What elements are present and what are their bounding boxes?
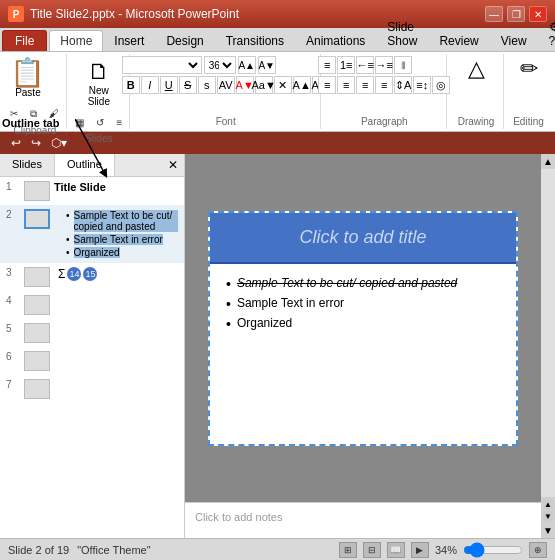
shadow-button[interactable]: s — [198, 76, 216, 94]
new-slide-label: New Slide — [88, 85, 110, 107]
slideshow-button[interactable]: ▶ — [411, 542, 429, 558]
align-right-button[interactable]: ≡ — [356, 76, 374, 94]
panel-close-button[interactable]: ✕ — [162, 154, 184, 176]
slide-canvas-area: Click to add title • Sample Text to be c… — [185, 154, 541, 502]
editing-icon[interactable]: ✏ — [520, 56, 538, 82]
columns-button[interactable]: ⫴ — [394, 56, 412, 74]
qat-extra-button[interactable]: ⬡▾ — [48, 135, 70, 151]
italic-button[interactable]: I — [141, 76, 159, 94]
slide-bullet-text-3: Organized — [237, 316, 292, 330]
slide-canvas[interactable]: Click to add title • Sample Text to be c… — [208, 211, 518, 446]
slide-thumb-1[interactable] — [24, 181, 50, 201]
bullet-text-2: Sample Text in error — [74, 234, 163, 245]
slide-count: Slide 2 of 19 — [8, 544, 69, 556]
tab-insert[interactable]: Insert — [103, 30, 155, 51]
slide-thumb-5[interactable] — [24, 323, 50, 343]
justify-button[interactable]: ≡ — [375, 76, 393, 94]
bold-button[interactable]: B — [122, 76, 140, 94]
status-right: ⊞ ⊟ 📖 ▶ 34% ⊕ — [339, 542, 547, 558]
tab-slide-show[interactable]: Slide Show — [376, 16, 428, 51]
tab-review[interactable]: Review — [428, 30, 489, 51]
outline-content-1: Title Slide — [54, 181, 178, 193]
drawing-icon[interactable]: △ — [468, 56, 485, 82]
scroll-down-button[interactable]: ▼ — [541, 523, 555, 538]
font-family-select[interactable] — [122, 56, 202, 74]
slides-list: 1 Title Slide 2 • Sample Text to be cut/… — [0, 177, 184, 538]
slide-sorter-button[interactable]: ⊟ — [363, 542, 381, 558]
outline-item-7: 7 — [0, 375, 184, 403]
status-bar: Slide 2 of 19 "Office Theme" ⊞ ⊟ 📖 ▶ 34%… — [0, 538, 555, 560]
strikethrough-button[interactable]: S — [179, 76, 197, 94]
indent-increase-button[interactable]: →≡ — [375, 56, 393, 74]
slide-1-title: Title Slide — [54, 181, 178, 193]
slide-thumb-6[interactable] — [24, 351, 50, 371]
next-slide-button[interactable]: ▼ — [543, 511, 553, 521]
scroll-up-button[interactable]: ▲ — [541, 154, 555, 169]
font-size-2-button[interactable]: Aa▼ — [255, 76, 273, 94]
increase-font-button[interactable]: A▲ — [238, 56, 256, 74]
paste-button[interactable]: 📋 Paste — [5, 56, 50, 101]
bullets-button[interactable]: ≡ — [318, 56, 336, 74]
minimize-button[interactable]: — — [485, 6, 503, 22]
tab-view[interactable]: View — [490, 30, 538, 51]
align-text-button[interactable]: ≡↕ — [413, 76, 431, 94]
slide-thumb-7[interactable] — [24, 379, 50, 399]
tab-file[interactable]: File — [2, 30, 47, 51]
clear-format-button[interactable]: ✕ — [274, 76, 292, 94]
zoom-level: 34% — [435, 544, 457, 556]
normal-view-button[interactable]: ⊞ — [339, 542, 357, 558]
fit-page-button[interactable]: ⊕ — [529, 542, 547, 558]
underline-button[interactable]: U — [160, 76, 178, 94]
right-area: Click to add title • Sample Text to be c… — [185, 154, 555, 538]
slide-bullet-text-2: Sample Text in error — [237, 296, 344, 310]
text-grow-button[interactable]: A▲ — [293, 76, 311, 94]
font-label: Font — [216, 114, 236, 127]
tab-animations[interactable]: Animations — [295, 30, 376, 51]
slide-thumb-3[interactable] — [24, 267, 50, 287]
restore-button[interactable]: ❐ — [507, 6, 525, 22]
bullet-item-3: • Organized — [66, 246, 178, 259]
indent-decrease-button[interactable]: ←≡ — [356, 56, 374, 74]
right-scrollbar[interactable]: ▲ ▲ ▼ ▼ — [541, 154, 555, 538]
slide-thumb-4[interactable] — [24, 295, 50, 315]
window-title: Title Slide2.pptx - Microsoft PowerPoint — [30, 7, 239, 21]
font-group: 36 A▲ A▼ B I U S s AV A▼ Aa▼ ✕ A▲ A▼ Fon… — [132, 54, 321, 129]
redo-button[interactable]: ↪ — [28, 135, 44, 151]
char-spacing-button[interactable]: AV — [217, 76, 235, 94]
align-left-button[interactable]: ≡ — [318, 76, 336, 94]
notes-area[interactable]: Click to add notes — [185, 502, 541, 538]
tab-design[interactable]: Design — [155, 30, 214, 51]
text-direction-button[interactable]: ⇕A — [394, 76, 412, 94]
svg-line-0 — [75, 119, 105, 174]
align-center-button[interactable]: ≡ — [337, 76, 355, 94]
slide-view-area: Click to add title • Sample Text to be c… — [185, 154, 555, 538]
drawing-label: Drawing — [458, 114, 495, 127]
decrease-font-button[interactable]: A▼ — [258, 56, 276, 74]
tab-help-icon[interactable]: ⚙ ? — [538, 16, 555, 51]
editing-label: Editing — [513, 114, 544, 127]
outline-item-5: 5 — [0, 319, 184, 347]
outline-item-1: 1 Title Slide — [0, 177, 184, 205]
reading-view-button[interactable]: 📖 — [387, 542, 405, 558]
prev-slide-button[interactable]: ▲ — [543, 499, 553, 509]
numbering-button[interactable]: 1≡ — [337, 56, 355, 74]
main-area: Slides Outline ✕ Outline tab 1 — [0, 154, 555, 538]
paste-icon: 📋 — [10, 59, 45, 87]
bullet-text-1: Sample Text to be cut/ copied and pasted — [74, 210, 178, 232]
font-size-select[interactable]: 36 — [204, 56, 236, 74]
new-slide-icon: 🗋 — [88, 59, 110, 85]
slide-title[interactable]: Click to add title — [210, 213, 516, 264]
slide-content: • Sample Text to be cut/ copied and past… — [210, 264, 516, 444]
new-slide-button[interactable]: 🗋 New Slide — [83, 56, 115, 110]
convert-smartart-button[interactable]: ◎ — [432, 76, 450, 94]
outline-item-3: 3 Σ 14 15 — [0, 263, 184, 291]
tab-home[interactable]: Home — [49, 30, 103, 51]
slide-bullet-2: • Sample Text in error — [226, 296, 500, 312]
panel-tab-slides[interactable]: Slides — [0, 154, 55, 176]
app-icon: P — [8, 6, 24, 22]
tab-transitions[interactable]: Transitions — [215, 30, 295, 51]
undo-button[interactable]: ↩ — [8, 135, 24, 151]
slide-bullet-text-1: Sample Text to be cut/ copied and pasted — [237, 276, 457, 290]
zoom-slider[interactable] — [463, 545, 523, 555]
slide-thumb-2[interactable] — [24, 209, 50, 229]
